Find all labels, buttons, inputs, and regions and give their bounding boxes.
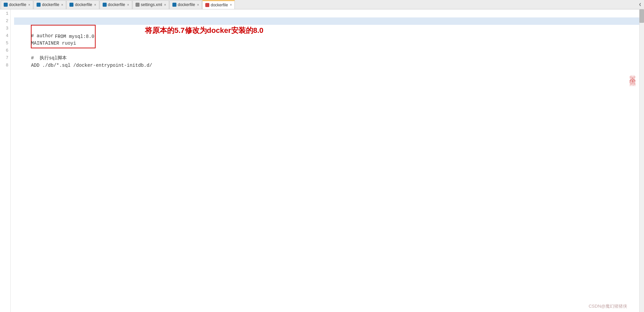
tab-label-7: dockerfile bbox=[211, 3, 228, 7]
right-scrollbar[interactable] bbox=[639, 9, 644, 312]
tab-icon-7 bbox=[205, 3, 209, 7]
tab-label-1: dockerfile bbox=[9, 2, 26, 7]
tab-label-2: dockerfile bbox=[42, 2, 59, 7]
tab-nav-arrow[interactable]: ❮ bbox=[638, 1, 643, 8]
code-line-7: ADD ./db/*.sql /docker-entrypoint-initdb… bbox=[14, 54, 644, 62]
line-num-3: 3 bbox=[0, 25, 8, 32]
tab-5[interactable]: settings.xml × bbox=[132, 0, 169, 9]
tab-icon-4 bbox=[103, 3, 107, 7]
tab-bar: dockerfile × dockerfile × dockerfile × d… bbox=[0, 0, 644, 9]
line-numbers: 1 2 3 4 5 6 7 8 bbox=[0, 9, 11, 312]
line-num-4: 4 bbox=[0, 32, 8, 40]
tab-label-5: settings.xml bbox=[141, 2, 162, 7]
tab-4[interactable]: dockerfile × bbox=[100, 0, 132, 9]
code-line-8 bbox=[14, 62, 644, 69]
line-num-5: 5 bbox=[0, 40, 8, 47]
line-num-8: 8 bbox=[0, 62, 8, 69]
tab-icon-2 bbox=[37, 3, 41, 7]
code-line-2: FROM mysql:8.0 bbox=[14, 17, 644, 25]
tab-3[interactable]: dockerfile × bbox=[66, 0, 99, 9]
tab-label-4: dockerfile bbox=[108, 2, 125, 7]
tab-1[interactable]: dockerfile × bbox=[1, 0, 33, 9]
tab-icon-5 bbox=[136, 3, 140, 7]
tab-6[interactable]: dockerfile × bbox=[169, 0, 202, 9]
code-line-4: MAINTAINER ruoyi bbox=[14, 32, 644, 40]
code-text-8 bbox=[31, 70, 34, 75]
code-content[interactable]: # 基础镜像 FROM mysql:8.0 # author MAINTAINE… bbox=[11, 9, 644, 312]
tab-close-2[interactable]: × bbox=[61, 3, 63, 7]
tab-close-4[interactable]: × bbox=[127, 3, 129, 7]
watermark-text: 只留下不舍的体温 bbox=[628, 70, 637, 75]
tab-icon-3 bbox=[69, 3, 73, 7]
tab-close-1[interactable]: × bbox=[28, 3, 30, 7]
scrollbar-thumb[interactable] bbox=[639, 9, 644, 23]
csdn-watermark-text: CSDN@魔幻猪猪侠 bbox=[589, 303, 627, 309]
code-line-3: # author bbox=[14, 25, 644, 32]
code-line-6: # 执行sql脚本 bbox=[14, 47, 644, 54]
tab-7[interactable]: dockerfile × bbox=[202, 0, 235, 9]
tab-label-6: dockerfile bbox=[178, 2, 195, 7]
line-num-6: 6 bbox=[0, 47, 8, 54]
editor-area: 1 2 3 4 5 6 7 8 # 基础镜像 FROM mysql:8.0 # … bbox=[0, 9, 644, 312]
line-num-7: 7 bbox=[0, 54, 8, 62]
tab-icon-6 bbox=[172, 3, 176, 7]
tab-close-5[interactable]: × bbox=[164, 3, 166, 7]
tab-close-3[interactable]: × bbox=[94, 3, 96, 7]
tab-icon-1 bbox=[4, 3, 8, 7]
tab-close-7[interactable]: × bbox=[230, 3, 232, 7]
line-num-2: 2 bbox=[0, 17, 8, 25]
tab-close-6[interactable]: × bbox=[197, 3, 199, 7]
tab-label-3: dockerfile bbox=[75, 2, 92, 7]
tab-nav: ❮ bbox=[638, 1, 644, 8]
tab-2[interactable]: dockerfile × bbox=[34, 0, 66, 9]
code-line-1: # 基础镜像 bbox=[14, 10, 644, 17]
code-line-5 bbox=[14, 40, 644, 47]
line-num-1: 1 bbox=[0, 10, 8, 17]
